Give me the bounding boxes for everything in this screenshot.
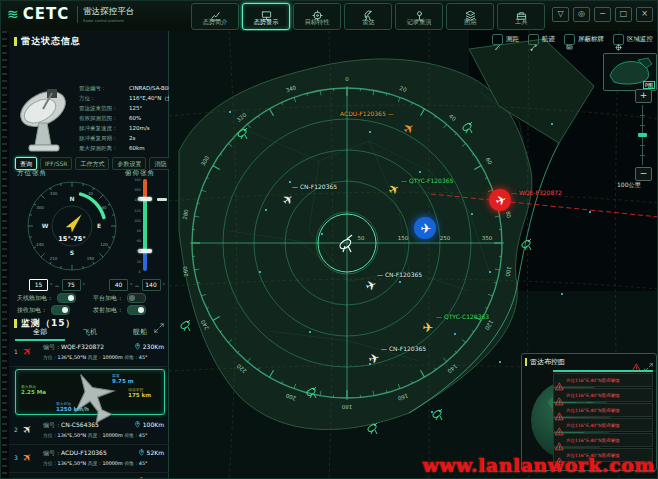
tab-图层[interactable]: 图层 (446, 3, 494, 30)
alert-row[interactable]: 方位116°E,40°N发现警情 (553, 403, 653, 417)
tab-目标特性[interactable]: 目标特性 (293, 3, 341, 30)
map-aircraft-CN-F120365[interactable]: ✈— CN-F120365 (367, 352, 381, 366)
svg-text:240: 240 (36, 242, 44, 247)
elevation-max-input[interactable]: 140 (142, 279, 161, 291)
toggle-knob (129, 295, 135, 301)
warning-triangle-icon (555, 436, 564, 445)
azimuth-range-inputs: 15° ~ 75° (29, 279, 85, 291)
tab-label: 图层 (464, 18, 476, 27)
target-list-item[interactable]: 2✈编号：CN-C564365方位：136°E,50°N 高度：10000m 仰… (9, 417, 169, 445)
filter-button[interactable]: ▽ (552, 7, 569, 22)
tab-label: 目标特性 (305, 18, 330, 27)
map-tool-航迹[interactable]: 航迹 (528, 34, 555, 45)
map-tool-屏蔽标牌[interactable]: 屏蔽标牌 (564, 34, 604, 45)
map-aircraft-ACDU-F120365[interactable]: ✈ACDU-F120365 — (402, 122, 416, 136)
tab-工具[interactable]: 工具 (497, 3, 545, 30)
zoom-handle[interactable] (638, 133, 647, 137)
map-tool-区域监控[interactable]: 区域监控 (613, 34, 653, 45)
alert-row[interactable]: 方位116°E,40°N发现警情 (553, 418, 653, 432)
aircraft-label: — QTYC-C120363 (436, 310, 489, 323)
location-pin-icon (134, 421, 141, 428)
map-aircraft-WQE-F320872[interactable]: ✈— WQE-F320872 (494, 194, 508, 208)
azimuth-min-input[interactable]: 15 (29, 279, 48, 291)
brand-text: CETC (23, 5, 70, 23)
alert-row[interactable]: 方位116°E,40°N发现警情 (553, 388, 653, 402)
azimuth-max-input[interactable]: 75 (62, 279, 81, 291)
tab-态势简介[interactable]: 态势简介 (191, 3, 239, 30)
spec-callout: 活动半径175 km (128, 387, 151, 399)
alert-row[interactable]: 方位116°E,40°N发现警情 (553, 373, 653, 387)
field-value: 120m/s (129, 125, 150, 131)
target-list-item[interactable]: 3✈编号：ACDU-F120365方位：136°E,50°N 高度：10000m… (9, 445, 169, 473)
target-detail-row: 方位：136°E,50°N 高度：10000m 仰角：45° (43, 354, 148, 360)
map-aircraft-CN-F120365[interactable]: ✈— CN-F120365 (364, 279, 378, 293)
map-aircraft-CN-F120365[interactable]: ✈— CN-F120365 (281, 193, 295, 207)
radar-info-row: 最大探测距离：60km (79, 143, 167, 153)
field-value: 125° (129, 105, 142, 111)
tab-雷达[interactable]: 雷达 (344, 3, 392, 30)
target-list-item[interactable]: 4✈编号：CN-F120365方位：136°E,50°N 高度：10000m 仰… (9, 473, 169, 479)
app-subtitle: Radar control platform (83, 18, 129, 23)
section-accent (525, 358, 527, 366)
location-pin-icon (138, 449, 145, 456)
svg-text:30: 30 (88, 191, 94, 196)
radar-dish-image (13, 83, 75, 155)
alert-expand-icon[interactable] (644, 357, 653, 366)
zoom-track[interactable] (642, 105, 643, 165)
map-area[interactable]: 50150250350 0204060801001201401601802002… (169, 31, 658, 479)
ruler-icon (492, 34, 503, 45)
alert-row[interactable]: 方位116°E,40°N发现警情 (553, 433, 653, 447)
svg-text:250: 250 (440, 235, 451, 241)
aircraft-label: — CN-F120365 (292, 180, 337, 193)
tab-label: 雷达 (362, 18, 374, 27)
map-tool-测距[interactable]: 测距 (492, 34, 519, 45)
svg-text:N: N (69, 195, 74, 202)
toggle-knob (68, 295, 74, 301)
top-bar: ≋ CETC 雷达探控平台 Radar control platform 态势简… (1, 1, 658, 32)
elevation-slider[interactable]: 180160140120100806040200 (129, 179, 169, 275)
aircraft-label: — CN-F120365 (381, 342, 426, 355)
target-list-item[interactable]: 1✈编号：WQE-F320872方位：136°E,50°N 高度：10000m … (9, 339, 169, 367)
map-aircraft-QTYC-F120365[interactable]: ✈— QTYC-F120365 (387, 183, 401, 197)
toggle-off[interactable] (127, 293, 146, 303)
jet-image (58, 362, 123, 422)
toggle-on[interactable] (51, 305, 70, 315)
elevation-min-input[interactable]: 40 (109, 279, 128, 291)
minimap[interactable]: P图 (603, 53, 657, 91)
warning-triangle-icon (555, 406, 564, 415)
minimize-button[interactable]: − (594, 7, 611, 22)
close-button[interactable]: × (636, 7, 653, 22)
azimuth-compass[interactable]: 3060120150210240300330NESW15°-75° (23, 177, 121, 275)
svg-text:50: 50 (358, 235, 365, 241)
target-index: 1 (14, 348, 18, 355)
svg-text:120: 120 (100, 242, 108, 247)
toggle-on[interactable] (127, 305, 146, 315)
map-aircraft-QTYC-C120363[interactable]: ✈— QTYC-C120363 (421, 321, 435, 335)
svg-text:0: 0 (345, 76, 349, 82)
toggle-on[interactable] (57, 293, 76, 303)
warning-triangle-icon (555, 376, 564, 385)
elevation-tick: 120 (135, 208, 141, 212)
radar-tab-工作方式[interactable]: 工作方式 (75, 157, 109, 170)
layers-icon (465, 6, 476, 17)
svg-text:300: 300 (36, 205, 44, 210)
zoom-in-button[interactable]: + (635, 89, 652, 103)
spec-callout: 最大时速1250 km/h (56, 401, 89, 413)
tab-态势显示[interactable]: 态势显示 (242, 3, 290, 30)
selected-target-card[interactable]: 最大航速2.25 Ma翼展9.75 m最大时速1250 km/h活动半径175 … (15, 369, 165, 415)
network-button[interactable]: ◎ (573, 7, 590, 22)
radar-info-row: 雷达波束范围：125° (79, 103, 167, 113)
toggle-label: 平台加电： (93, 294, 123, 303)
map-aircraft[interactable]: ✈ (419, 222, 433, 236)
elevation-tick: 60 (137, 239, 141, 243)
target-distance: 52Km (138, 449, 164, 456)
svg-text:350: 350 (482, 235, 493, 241)
main-nav-tabs: 态势简介态势显示目标特性雷达记录重演图层工具 (191, 3, 545, 30)
maximize-button[interactable]: □ (615, 7, 632, 22)
svg-text:180: 180 (341, 404, 352, 410)
tab-记录重演[interactable]: 记录重演 (395, 3, 443, 30)
target-detail-row: 方位：136°E,50°N 高度：10000m 仰角：45° (43, 460, 148, 466)
app-title: 雷达探控平台 (83, 6, 134, 18)
zoom-out-button[interactable]: − (635, 167, 652, 181)
tab-label: 工具 (515, 18, 527, 27)
